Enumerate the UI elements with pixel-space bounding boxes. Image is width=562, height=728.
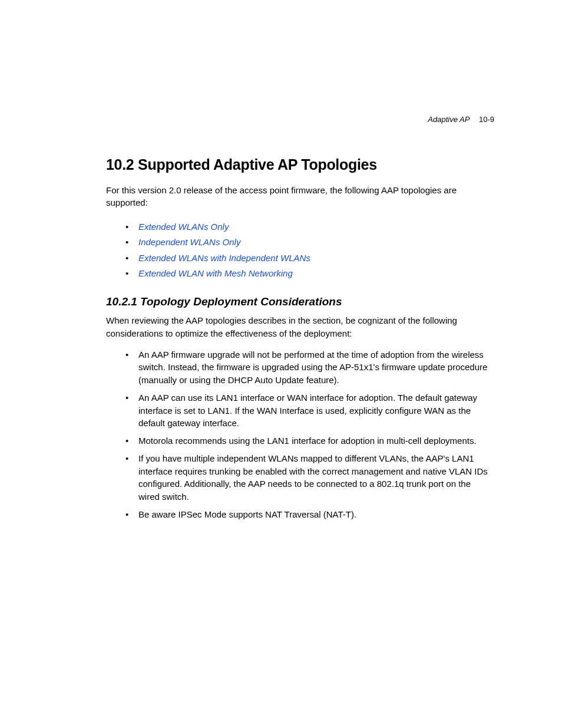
list-item: Extended WLANs Only bbox=[138, 219, 494, 235]
list-item: An AAP can use its LAN1 interface or WAN… bbox=[138, 391, 494, 430]
section-intro: For this version 2.0 release of the acce… bbox=[106, 184, 494, 209]
subsection-intro: When reviewing the AAP topologies descri… bbox=[106, 314, 494, 340]
topology-link[interactable]: Extended WLANs with Independent WLANs bbox=[138, 253, 310, 263]
list-item: Extended WLAN with Mesh Networking bbox=[138, 266, 494, 281]
list-item: Motorola recommends using the LAN1 inter… bbox=[138, 434, 494, 447]
list-item: Be aware IPSec Mode supports NAT Travers… bbox=[138, 508, 494, 521]
header-section-title: Adaptive AP bbox=[428, 115, 470, 124]
header-page-number: 10-9 bbox=[479, 115, 494, 124]
list-item: If you have multiple independent WLANs m… bbox=[138, 452, 494, 503]
page-header: Adaptive AP 10-9 bbox=[428, 115, 494, 124]
page-content: 10.2 Supported Adaptive AP Topologies Fo… bbox=[106, 156, 494, 521]
topology-link[interactable]: Extended WLAN with Mesh Networking bbox=[138, 268, 293, 278]
section-heading: 10.2 Supported Adaptive AP Topologies bbox=[106, 156, 494, 173]
subsection-heading: 10.2.1 Topology Deployment Consideration… bbox=[106, 295, 494, 308]
list-item: Independent WLANs Only bbox=[138, 235, 494, 250]
list-item: An AAP firmware upgrade will not be perf… bbox=[138, 348, 494, 387]
topology-link[interactable]: Independent WLANs Only bbox=[138, 237, 240, 247]
topology-link[interactable]: Extended WLANs Only bbox=[138, 222, 229, 232]
topology-link-list: Extended WLANs Only Independent WLANs On… bbox=[106, 219, 494, 281]
list-item: Extended WLANs with Independent WLANs bbox=[138, 251, 494, 266]
considerations-list: An AAP firmware upgrade will not be perf… bbox=[106, 348, 494, 521]
